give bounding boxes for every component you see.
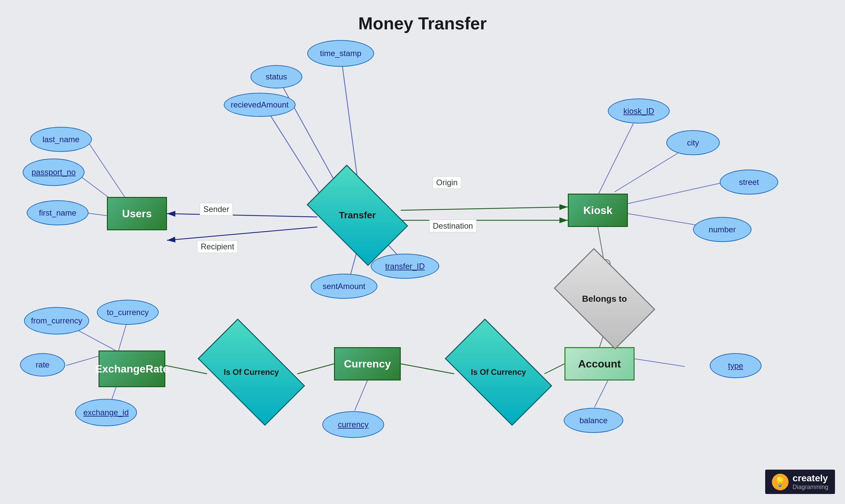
svg-line-7 xyxy=(401,207,568,210)
rel-label-recipient: Recipient xyxy=(197,240,238,253)
creately-logo: 💡 creately Diagramming xyxy=(765,470,835,494)
connections-svg xyxy=(0,0,845,504)
attr-first-name: first_name xyxy=(27,200,88,225)
svg-line-2 xyxy=(264,105,324,200)
svg-line-23 xyxy=(297,364,334,374)
svg-line-5 xyxy=(167,214,317,217)
creately-bulb-icon: 💡 xyxy=(772,474,789,490)
svg-line-14 xyxy=(628,183,721,203)
attr-sent-amount: sentAmount xyxy=(311,274,377,299)
diamond-transfer: Transfer xyxy=(314,187,401,244)
attr-city: city xyxy=(666,130,720,155)
entity-account: Account xyxy=(564,347,635,380)
svg-line-26 xyxy=(355,380,367,411)
diagram-title: Money Transfer xyxy=(0,0,845,33)
attr-currency-val: currency xyxy=(322,411,384,438)
diamond-is-of-currency-1: Is Of Currency xyxy=(204,344,299,400)
creately-name: creately xyxy=(793,473,828,484)
svg-line-1 xyxy=(277,77,341,192)
attr-passport-no: passport_no xyxy=(23,159,85,186)
svg-line-12 xyxy=(598,113,639,195)
attr-from-currency: from_currency xyxy=(24,307,89,335)
svg-line-27 xyxy=(635,359,685,366)
attr-balance: balance xyxy=(564,408,623,433)
attr-street: street xyxy=(720,169,778,195)
attr-last-name: last_name xyxy=(30,127,92,152)
entity-kiosk: Kiosk xyxy=(568,194,628,227)
attr-kiosk-id: kiosk_ID xyxy=(608,98,670,124)
svg-line-22 xyxy=(165,365,207,374)
svg-line-9 xyxy=(87,140,127,200)
entity-exchange-rate: ExchangeRate xyxy=(99,350,165,387)
svg-line-25 xyxy=(544,364,564,374)
rel-label-sender: Sender xyxy=(200,203,233,216)
attr-exchange-id: exchange_id xyxy=(75,399,137,426)
diamond-is-of-currency-2: Is Of Currency xyxy=(451,344,546,400)
rel-label-origin: Origin xyxy=(433,176,461,189)
svg-line-24 xyxy=(401,364,454,374)
diagram-container: Money Transfer xyxy=(0,0,845,504)
entity-currency: Currency xyxy=(334,347,401,380)
attr-type: type xyxy=(710,353,761,378)
attr-number: number xyxy=(693,217,752,242)
attr-status: status xyxy=(250,65,302,88)
rel-label-destination: Destination xyxy=(429,220,477,232)
svg-line-6 xyxy=(167,227,317,240)
entity-users: Users xyxy=(107,197,167,230)
svg-line-28 xyxy=(595,380,608,407)
diamond-belongs-to: Belongs to xyxy=(561,270,648,327)
creately-sub: Diagramming xyxy=(793,484,828,491)
attr-received-amount: recievedAmount xyxy=(224,93,296,117)
attr-transfer-id: transfer_ID xyxy=(371,254,439,279)
attr-time-stamp: time_stamp xyxy=(307,40,374,67)
attr-rate: rate xyxy=(20,353,65,377)
attr-to-currency: to_currency xyxy=(97,300,159,325)
